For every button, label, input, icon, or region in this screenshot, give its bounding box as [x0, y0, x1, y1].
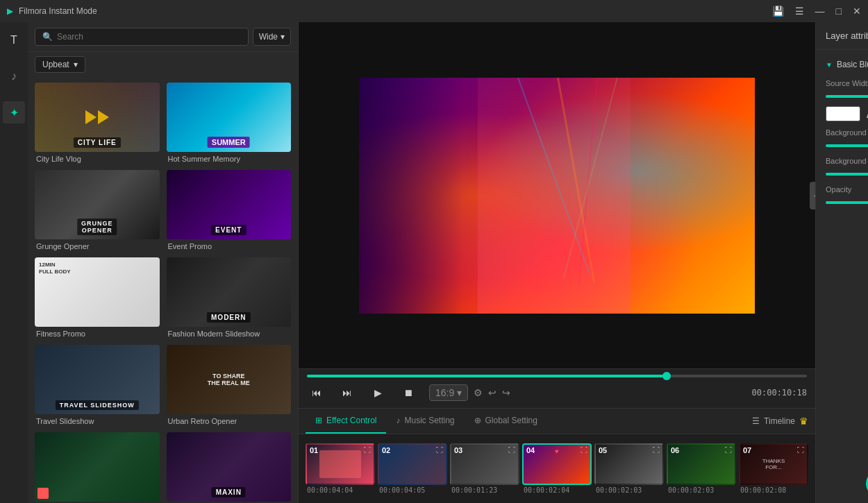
timeline-scrubber[interactable] — [307, 375, 807, 377]
source-width-fill — [826, 95, 868, 98]
template-item-hot-summer-memory[interactable]: SUMMER Hot Summer Memory — [167, 83, 292, 163]
tab-global-setting[interactable]: ⊕ Global Setting — [465, 409, 547, 434]
clip-thumb-05: 05 ⛶ — [594, 443, 664, 485]
window-controls: 💾 ☰ — □ ✕ — [772, 6, 861, 17]
opacity-slider-row: 100 — [826, 198, 868, 207]
bottom-tabs: ⊞ Effect Control ♪ Music Setting ⊕ Globa… — [299, 408, 815, 434]
template-label: Fashion Modern Slideshow — [167, 330, 292, 338]
template-item-travel-slideshow[interactable]: TRAVEL SLIDESHOW Travel Slideshow — [35, 345, 160, 425]
background-luminance-slider[interactable] — [826, 144, 868, 147]
stop-btn[interactable]: ⏹ — [399, 383, 418, 402]
undo-icon[interactable]: ↩ — [488, 387, 496, 398]
tab-effect-control[interactable]: ⊞ Effect Control — [306, 409, 386, 434]
source-width-slider[interactable] — [826, 95, 868, 98]
redo-icon[interactable]: ↪ — [502, 387, 510, 398]
timeline-handle[interactable] — [662, 372, 671, 380]
preview-image — [359, 78, 755, 314]
skip-back-btn[interactable]: ⏮ — [307, 383, 326, 402]
collapse-panel-btn[interactable]: ◀ — [810, 182, 815, 210]
minimize-icon[interactable]: — — [815, 6, 825, 17]
clip-number: 03 — [454, 446, 462, 454]
template-label: Travel Slideshow — [35, 417, 160, 425]
clip-item-03[interactable]: 03 ⛶ 00:00:01:23 — [450, 443, 519, 494]
filter-chevron-icon: ▾ — [74, 60, 78, 69]
clip-thumb-01: 01 ⛶ — [306, 443, 375, 485]
template-thumb: GRUNGEOPENER — [35, 170, 160, 239]
template-thumb: MAXIN — [167, 432, 292, 502]
template-thumb: MODERN — [167, 257, 292, 327]
template-item-extra1[interactable]: — — [35, 432, 160, 503]
right-panel-body: ▼ Basic Blur Source Width 0.70 🖊 — [816, 50, 868, 427]
save-icon[interactable]: 💾 — [772, 6, 784, 17]
template-item-city-life-vlog[interactable]: CITY LIFE City Life Vlog — [35, 83, 160, 163]
global-icon: ⊕ — [474, 416, 481, 425]
template-label: Event Promo — [167, 242, 292, 250]
heart-icon: ♥ — [555, 447, 559, 455]
list-icon[interactable]: ☰ — [795, 6, 804, 17]
tab-music-setting[interactable]: ♪ Music Setting — [386, 409, 464, 434]
search-input[interactable] — [57, 32, 241, 42]
template-label: Fitness Promo — [35, 330, 160, 338]
clip-thumb-07: THANKSFOR... 07 ⛶ — [739, 443, 808, 485]
template-item-grunge-opener[interactable]: GRUNGEOPENER Grunge Opener — [35, 170, 160, 250]
settings-gear-icon[interactable]: ⚙ — [474, 387, 483, 398]
template-item-event-promo[interactable]: EVENT Event Promo — [167, 170, 292, 250]
background-luminance-group: Background Luminance -10 — [826, 128, 868, 150]
clip-time: 00:00:04:05 — [378, 486, 425, 494]
playback-controls: ⏮ ⏭ ▶ ⏹ 16:9 ▾ ⚙ ↩ ↪ 00:00:10:18 — [307, 383, 807, 402]
timeline-toggle[interactable]: ☰ Timeline ♛ — [752, 416, 808, 427]
effects-tool-btn[interactable]: ✦ — [3, 101, 25, 123]
section-arrow-icon: ▼ — [826, 61, 833, 69]
template-label: Grunge Opener — [35, 242, 160, 250]
layer-attributes-header: Layer attributes — [816, 22, 868, 50]
template-grid: CITY LIFE City Life Vlog SUMMER Hot Summ… — [28, 77, 298, 503]
search-box[interactable]: 🔍 — [35, 28, 249, 46]
app-title: Filmora Instant Mode — [19, 6, 97, 16]
audio-tool-btn[interactable]: ♪ — [3, 65, 25, 87]
clips-strip: 01 ⛶ 00:00:04:04 02 ⛶ 00:00:04:05 03 ⛶ 0 — [299, 434, 815, 503]
background-luminance-slider-row: -10 — [826, 141, 868, 150]
close-icon[interactable]: ✕ — [853, 6, 861, 17]
clip-item-04[interactable]: ♥ 04 ⛶ 00:00:02:04 — [522, 443, 592, 494]
effect-icon: ⊞ — [315, 416, 322, 425]
background-luminance-fill — [826, 144, 868, 147]
filter-label: Upbeat — [42, 60, 69, 69]
clip-item-07[interactable]: THANKSFOR... 07 ⛶ 00:00:02:08 — [739, 443, 808, 494]
clip-number: 05 — [599, 446, 607, 454]
wide-select[interactable]: Wide ▾ — [253, 28, 291, 46]
background-feather-group: Background Feather 1.00 — [826, 157, 868, 178]
template-thumb: EVENT — [167, 170, 292, 239]
template-item-fashion-modern-slideshow[interactable]: MODERN Fashion Modern Slideshow — [167, 257, 292, 338]
aspect-ratio-select[interactable]: 16:9 ▾ — [429, 384, 468, 401]
aspect-ratio-label: 16:9 — [435, 387, 454, 398]
wide-label: Wide — [259, 32, 278, 42]
template-item-urban-retro-opener[interactable]: TO SHARETHE REAL ME Urban Retro Opener — [167, 345, 292, 425]
clip-item-01[interactable]: 01 ⛶ 00:00:04:04 — [306, 443, 375, 494]
tab-music-label: Music Setting — [404, 416, 454, 425]
template-thumb: CITY LIFE — [35, 83, 160, 152]
color-swatch[interactable] — [826, 106, 860, 121]
background-feather-slider[interactable] — [826, 173, 868, 176]
chevron-down-icon: ▾ — [457, 387, 462, 398]
search-icon: 🔍 — [42, 32, 53, 42]
clip-expand-icon: ⛶ — [653, 446, 660, 454]
step-back-btn[interactable]: ⏭ — [337, 383, 357, 402]
source-width-group: Source Width 0.70 🖊 — [826, 79, 868, 121]
maximize-icon[interactable]: □ — [836, 6, 842, 17]
template-item-fitness-promo[interactable]: 12MINFULL BODY Fitness Promo — [35, 257, 160, 338]
template-item-extra2[interactable]: MAXIN — — [167, 432, 292, 503]
clip-item-06[interactable]: 06 ⛶ 00:00:02:03 — [667, 443, 736, 494]
clip-time: 00:00:02:03 — [667, 486, 714, 494]
text-tool-btn[interactable]: T — [3, 29, 25, 51]
clip-item-02[interactable]: 02 ⛶ 00:00:04:05 — [378, 443, 447, 494]
clip-item-05[interactable]: 05 ⛶ 00:00:02:03 — [594, 443, 664, 494]
template-thumb: TRAVEL SLIDESHOW — [35, 345, 160, 414]
background-luminance-label: Background Luminance — [826, 128, 868, 137]
clip-expand-icon: ⛶ — [725, 446, 732, 454]
filter-dropdown[interactable]: Upbeat ▾ — [35, 56, 85, 73]
icon-sidebar: T ♪ ✦ — [0, 22, 28, 503]
play-btn[interactable]: ▶ — [368, 383, 387, 402]
opacity-slider[interactable] — [826, 201, 868, 204]
template-search-area: 🔍 Wide ▾ — [28, 22, 298, 52]
template-label: Urban Retro Opener — [167, 417, 292, 425]
